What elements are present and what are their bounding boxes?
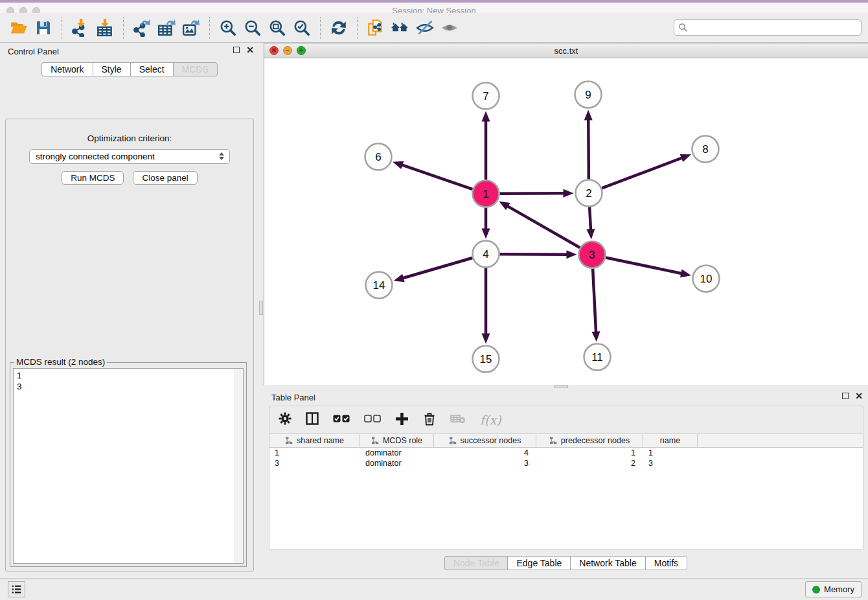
float-panel-icon[interactable] (233, 47, 240, 53)
graph-edge-2-3[interactable] (586, 207, 595, 239)
graph-node-14[interactable]: 14 (366, 272, 393, 299)
tab-select[interactable]: Select (130, 62, 173, 76)
column-header-shared-name[interactable]: shared name (269, 434, 360, 447)
tab-style[interactable]: Style (93, 62, 130, 76)
graph-edge-1-7[interactable] (482, 111, 490, 180)
table-row[interactable]: 1dominator411 (269, 448, 863, 458)
table-tab-node-table[interactable]: Node Table (444, 556, 508, 570)
table-body: 1dominator4113dominator323 (269, 448, 863, 468)
toolbar-separator (123, 17, 124, 39)
close-panel-button[interactable]: Close panel (133, 171, 197, 185)
task-history-button[interactable] (8, 581, 25, 597)
run-mcds-button[interactable]: Run MCDS (62, 171, 124, 185)
mcds-result-text[interactable]: 1 3 (13, 368, 244, 564)
graph-edge-3-11[interactable] (592, 268, 600, 341)
graph-node-2[interactable]: 2 (576, 180, 602, 207)
float-table-panel-icon[interactable] (842, 393, 849, 399)
graph-edge-1-4[interactable] (482, 208, 490, 239)
graph-edge-3-1[interactable] (499, 202, 580, 248)
table-row[interactable]: 3dominator323 (269, 458, 863, 468)
split-panel-icon[interactable] (306, 412, 319, 428)
deselect-all-icon[interactable] (364, 414, 381, 426)
memory-button-label: Memory (824, 584, 854, 594)
column-header-MCDS-role[interactable]: MCDS role (360, 434, 434, 447)
graph-edge-4-3[interactable] (499, 250, 577, 259)
toolbar-separator (357, 17, 358, 39)
graph-edge-2-9[interactable] (584, 110, 593, 179)
graph-edge-4-14[interactable] (394, 258, 473, 282)
table-tab-network-table[interactable]: Network Table (570, 556, 645, 570)
table-cell: 1 (643, 448, 698, 458)
zoom-selected-icon[interactable] (290, 16, 314, 40)
mcds-tab-content: Optimization criterion: strongly connect… (5, 119, 254, 571)
delete-column-icon[interactable] (423, 412, 436, 428)
graph-node-9[interactable]: 9 (575, 82, 602, 108)
tab-network[interactable]: Network (41, 62, 92, 76)
svg-text:1: 1 (483, 188, 488, 200)
export-table-icon[interactable] (154, 16, 179, 40)
svg-text:10: 10 (700, 273, 713, 285)
column-type-icon (285, 437, 293, 444)
graph-node-6[interactable]: 6 (365, 144, 392, 170)
import-table-icon[interactable] (93, 16, 117, 40)
vertical-split-divider[interactable] (259, 43, 264, 578)
divider-grip[interactable] (259, 301, 263, 315)
gear-icon[interactable] (279, 412, 291, 428)
close-table-panel-icon[interactable]: ✕ (855, 393, 863, 399)
zoom-out-icon[interactable] (240, 16, 265, 40)
show-all-icon[interactable] (437, 16, 462, 40)
graph-node-11[interactable]: 11 (584, 344, 611, 371)
first-neighbors-icon[interactable] (388, 16, 413, 40)
graph-node-3[interactable]: 3 (579, 242, 606, 268)
zoom-in-icon[interactable] (216, 16, 240, 40)
graph-edge-1-6[interactable] (393, 161, 472, 189)
table-tab-edge-table[interactable]: Edge Table (507, 556, 570, 570)
result-scrollbar[interactable] (234, 369, 243, 563)
graph-edge-4-15[interactable] (482, 268, 490, 344)
graph-node-15[interactable]: 15 (473, 346, 499, 373)
delete-table-icon[interactable] (450, 413, 466, 426)
table-cell: dominator (360, 458, 434, 468)
column-type-icon (371, 437, 379, 444)
graph-node-4[interactable]: 4 (473, 241, 499, 268)
graph-edge-1-2[interactable] (499, 189, 573, 198)
close-panel-icon[interactable]: ✕ (246, 47, 254, 53)
add-column-icon[interactable] (395, 412, 409, 428)
apply-layout-icon[interactable] (326, 16, 351, 40)
memory-button[interactable]: Memory (805, 581, 862, 597)
memory-status-icon (812, 586, 820, 594)
select-all-icon[interactable] (333, 414, 350, 426)
function-builder-icon[interactable]: f(x) (480, 413, 501, 427)
table-cell: 3 (643, 458, 698, 468)
table-cell: 3 (269, 458, 360, 468)
graph-edge-3-10[interactable] (606, 257, 691, 277)
control-panel-tabs: NetworkStyleSelectMCDS (0, 62, 259, 76)
table-cell: 1 (269, 448, 360, 458)
hide-selected-icon[interactable] (413, 16, 437, 40)
search-input[interactable] (674, 19, 862, 36)
column-header-predecessor-nodes[interactable]: predecessor nodes (536, 434, 643, 447)
table-tab-motifs[interactable]: Motifs (645, 556, 687, 570)
divider-grip[interactable] (554, 385, 568, 388)
duplicate-network-icon[interactable] (363, 16, 388, 40)
graph-edge-2-8[interactable] (602, 154, 691, 189)
svg-text:6: 6 (375, 151, 381, 163)
import-network-icon[interactable] (68, 16, 93, 40)
network-canvas[interactable]: 7968124314101511 (264, 58, 868, 385)
export-network-icon[interactable] (130, 16, 154, 40)
table-panel: Table Panel ✕ (264, 389, 868, 578)
graph-node-8[interactable]: 8 (692, 136, 719, 163)
search-icon (678, 23, 688, 32)
graph-node-10[interactable]: 10 (693, 266, 720, 292)
column-header-name[interactable]: name (643, 434, 698, 447)
export-image-icon[interactable] (179, 16, 203, 40)
tab-mcds[interactable]: MCDS (173, 62, 218, 76)
open-file-icon[interactable] (6, 16, 31, 40)
criterion-dropdown[interactable]: strongly connected component (29, 149, 230, 164)
zoom-fit-icon[interactable] (265, 16, 290, 40)
save-session-icon[interactable] (31, 16, 56, 40)
network-view-window: ✕ − + scc.txt 7968124314101511 (264, 43, 868, 385)
graph-node-7[interactable]: 7 (473, 83, 499, 110)
column-header-successor-nodes[interactable]: successor nodes (434, 434, 536, 447)
graph-node-1[interactable]: 1 (473, 181, 499, 207)
